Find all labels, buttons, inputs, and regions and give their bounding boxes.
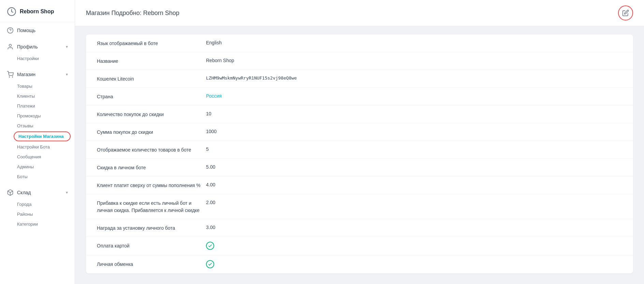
sidebar-item-profile-label: Профиль <box>17 44 62 49</box>
detail-row-personal-bonus: Прибавка к скидке если есть личный бот и… <box>86 194 633 219</box>
sidebar-logo-text: Reborn Shop <box>20 9 54 15</box>
detail-row-personal-discount: Скидка в личном боте 5.00 <box>86 159 633 176</box>
sidebar-sub-item-categories[interactable]: Категории <box>0 219 75 229</box>
detail-label-personal-exchange: Личная обменка <box>97 260 206 268</box>
detail-value-personal-bonus: 2.00 <box>206 199 622 206</box>
page-title: Магазин Подробно: Reborn Shop <box>86 10 179 17</box>
detail-row-card-payment: Оплата картой <box>86 237 633 255</box>
help-icon <box>7 27 14 34</box>
detail-card: Язык отображаемый в боте English Названи… <box>86 34 633 273</box>
detail-label-country: Страна <box>97 93 206 100</box>
sidebar-section-warehouse: Склад ▾ Города Районы Категории <box>0 184 75 232</box>
sidebar-sub-item-messages[interactable]: Сообщения <box>0 152 75 162</box>
sidebar-item-profile[interactable]: Профиль ▾ <box>0 40 75 54</box>
sidebar-sub-item-goods[interactable]: Товары <box>0 81 75 91</box>
main-header: Магазин Подробно: Reborn Shop <box>75 0 644 26</box>
detail-label-name: Название <box>97 57 206 65</box>
detail-row-top-up-fee: Клиент платит сверху от суммы пополнения… <box>86 176 633 194</box>
sidebar-sub-item-settings[interactable]: Настройки <box>0 54 75 63</box>
sidebar-item-help[interactable]: Помощь <box>0 24 75 37</box>
detail-label-language: Язык отображаемый в боте <box>97 39 206 47</box>
svg-point-1 <box>8 28 13 33</box>
sidebar-sub-item-shop-settings[interactable]: Настройки Магазина <box>14 131 71 141</box>
sidebar-item-warehouse-label: Склад <box>17 190 62 195</box>
detail-row-language: Язык отображаемый в боте English <box>86 34 633 52</box>
detail-value-top-up-fee: 4.00 <box>206 181 622 188</box>
cart-icon <box>7 71 14 78</box>
detail-label-install-reward: Награда за установку личного бота <box>97 224 206 232</box>
detail-value-purchase-sum: 1000 <box>206 128 622 135</box>
shop-icon <box>7 7 16 16</box>
detail-value-country: Россия <box>206 93 622 100</box>
sidebar-sub-warehouse: Города Районы Категории <box>0 199 75 230</box>
detail-value-purchase-count: 10 <box>206 110 622 117</box>
detail-value-litecoin: LZHM9wMskmNywRryR1NUF15s2vj98eQ8we <box>206 75 622 82</box>
detail-row-personal-exchange: Личная обменка <box>86 255 633 273</box>
sidebar-section-help: Помощь <box>0 22 75 39</box>
sidebar-sub-item-reviews[interactable]: Отзывы <box>0 121 75 131</box>
svg-point-5 <box>12 77 13 77</box>
sidebar-sub-profile: Настройки <box>0 54 75 65</box>
sidebar-logo[interactable]: Reborn Shop <box>0 0 75 22</box>
sidebar-sub-item-promo[interactable]: Промокоды <box>0 111 75 121</box>
svg-point-3 <box>9 44 12 47</box>
edit-button[interactable] <box>618 5 633 20</box>
detail-row-name: Название Reborn Shop <box>86 52 633 70</box>
main-content: Магазин Подробно: Reborn Shop Язык отобр… <box>75 0 644 284</box>
sidebar-sub-item-clients[interactable]: Клиенты <box>0 91 75 101</box>
detail-row-install-reward: Награда за установку личного бота 3.00 <box>86 219 633 237</box>
sidebar-section-shop: Магазин ▾ Товары Клиенты Платежи Промоко… <box>0 66 75 184</box>
detail-label-purchase-sum: Сумма покупок до скидки <box>97 128 206 136</box>
sidebar-sub-item-cities[interactable]: Города <box>0 199 75 209</box>
detail-label-purchase-count: Количество покупок до скидки <box>97 110 206 118</box>
detail-row-display-count: Отображаемое количество товаров в боте 5 <box>86 141 633 159</box>
detail-row-purchase-count: Количество покупок до скидки 10 <box>86 105 633 123</box>
sidebar-item-shop[interactable]: Магазин ▾ <box>0 68 75 81</box>
sidebar-sub-item-bot-settings[interactable]: Настройки Бота <box>0 142 75 152</box>
detail-label-personal-bonus: Прибавка к скидке если есть личный бот и… <box>97 199 206 214</box>
sidebar-section-profile: Профиль ▾ Настройки <box>0 39 75 66</box>
detail-value-personal-exchange <box>206 260 622 269</box>
detail-value-name: Reborn Shop <box>206 57 622 64</box>
detail-label-litecoin: Кошелек Litecoin <box>97 75 206 83</box>
chevron-down-shop-icon: ▾ <box>66 72 68 77</box>
detail-row-country: Страна Россия <box>86 88 633 105</box>
chevron-down-warehouse-icon: ▾ <box>66 190 68 195</box>
sidebar-item-shop-label: Магазин <box>17 72 62 77</box>
sidebar-sub-shop: Товары Клиенты Платежи Промокоды Отзывы … <box>0 81 75 183</box>
detail-label-display-count: Отображаемое количество товаров в боте <box>97 146 206 154</box>
chevron-down-icon: ▾ <box>66 44 68 49</box>
detail-value-personal-discount: 5.00 <box>206 164 622 171</box>
detail-label-top-up-fee: Клиент платит сверху от суммы пополнения… <box>97 181 206 189</box>
svg-point-4 <box>9 77 10 77</box>
detail-row-litecoin: Кошелек Litecoin LZHM9wMskmNywRryR1NUF15… <box>86 70 633 88</box>
detail-label-card-payment: Оплата картой <box>97 242 206 250</box>
detail-value-card-payment <box>206 242 622 250</box>
detail-value-display-count: 5 <box>206 146 622 153</box>
sidebar-sub-item-admins[interactable]: Админы <box>0 162 75 172</box>
sidebar-sub-item-payments[interactable]: Платежи <box>0 101 75 111</box>
detail-value-install-reward: 3.00 <box>206 224 622 231</box>
detail-label-personal-discount: Скидка в личном боте <box>97 164 206 171</box>
sidebar: Reborn Shop Помощь Профиль ▾ Настройки <box>0 0 75 284</box>
sidebar-item-warehouse[interactable]: Склад ▾ <box>0 186 75 199</box>
sidebar-sub-item-bots[interactable]: Боты <box>0 172 75 182</box>
box-icon <box>7 189 14 196</box>
sidebar-sub-item-districts[interactable]: Районы <box>0 209 75 219</box>
detail-value-language: English <box>206 39 622 46</box>
detail-row-purchase-sum: Сумма покупок до скидки 1000 <box>86 123 633 141</box>
user-icon <box>7 43 14 50</box>
check-icon-personal-exchange <box>206 260 214 268</box>
check-icon-card-payment <box>206 242 214 250</box>
edit-icon <box>622 10 629 16</box>
sidebar-item-help-label: Помощь <box>17 28 68 33</box>
